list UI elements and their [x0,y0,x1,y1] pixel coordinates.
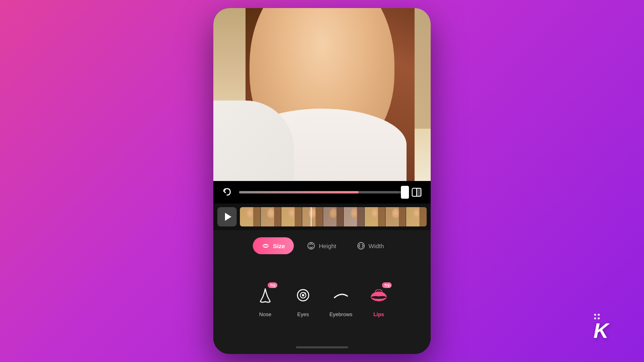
thumbnail-2 [261,207,282,226]
home-bar [296,346,348,348]
compare-button[interactable] [410,185,423,199]
play-icon [225,213,231,221]
play-button[interactable] [217,207,237,226]
lips-tab-icon [262,242,270,250]
brand-dots [594,314,600,319]
video-area [213,8,431,181]
thumbnail-3 [281,207,302,226]
eyebrows-icon-wrap [328,282,354,308]
undo-icon [222,187,233,197]
scrubber-area [213,181,431,204]
nose-icon [257,286,273,304]
progress-fill [239,191,359,193]
thumbnail-6 [344,207,365,226]
thumbnails-container [240,207,427,226]
eyebrows-icon [331,289,351,302]
outer-background: K [0,0,644,362]
tab-width-label: Width [369,243,384,249]
undo-button[interactable] [221,185,234,199]
compare-icon [411,187,422,198]
svg-point-8 [304,292,306,294]
feature-nose[interactable]: Try Nose [252,282,278,317]
tab-height-label: Height [319,243,336,249]
tab-size[interactable]: Size [253,237,294,254]
progress-track[interactable] [239,191,405,193]
nose-try-badge: Try [268,282,277,288]
home-indicator [213,345,431,354]
eyebrows-label: Eyebrows [329,311,352,317]
nose-label: Nose [259,311,271,317]
timeline-strip [213,204,431,230]
feature-eyes[interactable]: Eyes [290,282,316,317]
thumbnail-8 [386,207,407,226]
brand-logo-area: K [593,314,609,341]
phone-container: Size Height [213,8,431,354]
lips-label: Lips [374,311,384,317]
thumbnail-4 [302,207,323,226]
eyes-icon-wrap [290,282,316,308]
bottom-panel: Size Height [213,230,431,354]
feature-eyebrows[interactable]: Eyebrows [328,282,354,317]
eyes-label: Eyes [297,311,309,317]
svg-point-7 [302,294,304,296]
thumbnail-7 [365,207,386,226]
thumbnail-1 [240,207,261,226]
eyes-icon [294,286,312,304]
progress-thumb[interactable] [401,186,409,199]
thumbnail-5 [323,207,344,226]
lips-feature-icon [369,288,389,303]
tab-row: Size Height [213,230,431,254]
features-row: Try Nose [213,256,431,345]
feature-lips[interactable]: Try Lips [366,282,392,317]
tab-height[interactable]: Height [299,237,343,254]
tab-size-label: Size [273,243,285,249]
height-tab-icon [307,241,316,250]
lips-icon-wrap: Try [366,282,392,308]
brand-k-letter: K [593,320,609,341]
svg-rect-2 [417,189,421,196]
tab-width[interactable]: Width [349,237,391,254]
lips-try-badge: Try [382,282,392,288]
playhead-marker [311,207,312,226]
nose-icon-wrap: Try [252,282,278,308]
thumbnail-9 [406,207,427,226]
width-tab-icon [357,241,365,250]
